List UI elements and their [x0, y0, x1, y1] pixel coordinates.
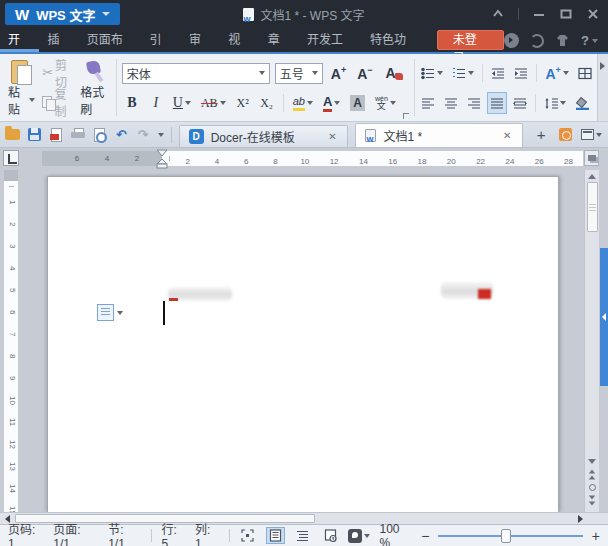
- scrollbar-thumb[interactable]: [587, 182, 598, 232]
- indent-markers[interactable]: [156, 149, 168, 172]
- redo-button[interactable]: [136, 127, 151, 142]
- history-clock-icon[interactable]: [559, 128, 572, 141]
- format-painter-button[interactable]: 格式刷: [76, 54, 114, 121]
- tab-document1[interactable]: 文档1 *: [355, 123, 523, 147]
- char-shading-button[interactable]: A: [347, 92, 368, 114]
- close-button[interactable]: [586, 7, 600, 21]
- zoom-in-button[interactable]: [592, 528, 600, 544]
- new-tab-button[interactable]: [530, 125, 552, 145]
- undo-history-dropdown[interactable]: [158, 133, 164, 137]
- close-tab-icon[interactable]: [501, 130, 513, 141]
- vertical-scrollbar[interactable]: [584, 170, 599, 512]
- align-right-button[interactable]: [464, 92, 484, 114]
- bullet-list-button[interactable]: [418, 62, 446, 84]
- align-left-button[interactable]: [418, 92, 438, 114]
- scroll-up-button[interactable]: [585, 170, 600, 182]
- collapse-ribbon-button[interactable]: [491, 7, 505, 21]
- italic-button[interactable]: I: [146, 92, 166, 114]
- scroll-down-button[interactable]: [585, 455, 600, 467]
- web-view-button[interactable]: [321, 527, 339, 544]
- select-browse-object-button[interactable]: [589, 484, 596, 491]
- next-page-button[interactable]: [588, 495, 596, 506]
- undo-button[interactable]: [114, 127, 129, 142]
- print-preview-icon: [94, 128, 105, 142]
- underline-button[interactable]: U: [170, 92, 194, 114]
- print-button[interactable]: [71, 127, 86, 142]
- decrease-font-button[interactable]: A: [354, 62, 375, 84]
- text-tool-button[interactable]: A: [542, 62, 571, 84]
- export-pdf-button[interactable]: [49, 127, 64, 142]
- eye-protection-button[interactable]: [348, 529, 370, 543]
- text-cursor: [163, 301, 165, 325]
- zoom-slider[interactable]: [438, 529, 582, 543]
- ruler-number: 6: [8, 301, 17, 323]
- document-area: 123456789101112131415: [0, 170, 608, 512]
- ruler-toggle-button[interactable]: [584, 150, 599, 166]
- numbered-list-button[interactable]: [449, 62, 477, 84]
- help-button[interactable]: [581, 33, 598, 48]
- play-demo-icon[interactable]: [504, 33, 519, 48]
- font-color-button[interactable]: A: [320, 92, 343, 114]
- subscript-button[interactable]: X₂: [257, 92, 277, 114]
- minimize-button[interactable]: [532, 7, 546, 21]
- ribbon-tab[interactable]: 页面布局: [79, 28, 142, 52]
- ribbon-overflow-button[interactable]: [597, 54, 608, 121]
- phonetic-guide-button[interactable]: wén 文: [372, 92, 399, 114]
- font-dialog-launcher[interactable]: [403, 113, 409, 119]
- font-size-select[interactable]: 五号: [275, 63, 323, 84]
- print-preview-button[interactable]: [92, 127, 107, 142]
- ribbon-tab[interactable]: 视图: [220, 28, 259, 52]
- document-page[interactable]: [47, 176, 559, 512]
- ribbon-tab[interactable]: 章节: [260, 28, 299, 52]
- ribbon-tab[interactable]: 引用: [142, 28, 181, 52]
- paragraph-group: A: [416, 54, 596, 121]
- previous-page-button[interactable]: [588, 469, 596, 480]
- tab-stop-selector[interactable]: [3, 150, 19, 166]
- insert-table-button[interactable]: [575, 62, 595, 84]
- increase-indent-button[interactable]: [511, 62, 531, 84]
- fullscreen-view-button[interactable]: [239, 527, 257, 544]
- skin-theme-icon[interactable]: [555, 34, 570, 47]
- horizontal-ruler[interactable]: 642 24681012141618202224262830: [42, 151, 583, 166]
- task-pane-handle[interactable]: [600, 248, 608, 386]
- align-center-button[interactable]: [441, 92, 461, 114]
- outline-view-button[interactable]: [294, 527, 312, 544]
- copy-button[interactable]: 复制: [39, 91, 76, 113]
- updates-icon[interactable]: [530, 34, 544, 48]
- ribbon-tab[interactable]: 特色功能: [362, 28, 425, 52]
- decrease-indent-button[interactable]: [488, 62, 508, 84]
- font-name-select[interactable]: 宋体: [122, 63, 270, 84]
- maximize-button[interactable]: [559, 7, 573, 21]
- save-button[interactable]: [27, 127, 42, 142]
- strikethrough-button[interactable]: AB: [198, 92, 229, 114]
- tab-list-button[interactable]: [581, 129, 602, 140]
- increase-font-button[interactable]: A: [328, 62, 349, 84]
- zoom-slider-thumb[interactable]: [501, 529, 511, 543]
- page-view-button[interactable]: [266, 527, 284, 544]
- distributed-align-button[interactable]: [510, 92, 530, 114]
- login-button[interactable]: 未登录: [437, 30, 504, 50]
- close-tab-icon[interactable]: [326, 131, 338, 142]
- paste-options-button[interactable]: [97, 303, 124, 322]
- titlebar-separator: [518, 8, 519, 20]
- paste-button[interactable]: 粘贴: [4, 54, 39, 121]
- ribbon-tab[interactable]: 开发工具: [299, 28, 362, 52]
- vertical-ruler[interactable]: 123456789101112131415: [4, 170, 18, 512]
- paste-options-icon: [97, 304, 114, 321]
- superscript-button[interactable]: X²: [233, 92, 253, 114]
- chevron-down-icon: [220, 101, 226, 105]
- tab-docer-templates[interactable]: Docer-在线模板: [179, 125, 349, 147]
- line-spacing-button[interactable]: [541, 92, 569, 114]
- wps-menu-button[interactable]: WPS 文字: [5, 3, 120, 25]
- ribbon-tab[interactable]: 审阅: [181, 28, 220, 52]
- shading-button[interactable]: [572, 92, 593, 114]
- highlight-button[interactable]: ab: [290, 92, 316, 114]
- cut-button[interactable]: 剪切: [39, 62, 76, 84]
- align-justify-button[interactable]: [487, 92, 507, 114]
- bold-button[interactable]: B: [122, 92, 142, 114]
- clear-format-button[interactable]: A: [381, 62, 401, 84]
- ribbon-tab[interactable]: 插入: [39, 28, 78, 52]
- open-file-button[interactable]: [5, 127, 20, 142]
- ribbon-tab[interactable]: 开始: [0, 28, 39, 52]
- zoom-out-button[interactable]: [421, 528, 429, 544]
